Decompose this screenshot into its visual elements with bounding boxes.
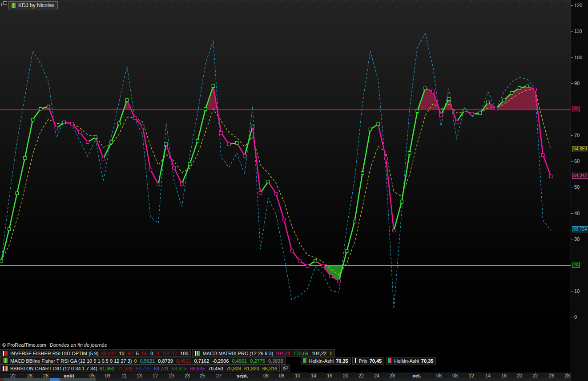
legend-row-2: MACD BBline Fisher T RSI GA (12 10 5 1 0… (0, 357, 437, 365)
indicator-legend-chip[interactable]: INVERSE FISHER RSI DID OPTIM (5 9)99,904… (0, 349, 191, 357)
indicator-legend-chip[interactable]: BBRSI ON CHART DID (12 0 34 1.7 34)61,95… (0, 365, 280, 372)
main-line-marker (275, 192, 278, 195)
main-line-marker (259, 191, 262, 194)
indicator-value: 66,316 (262, 366, 278, 371)
indicator-value: 61,824 (244, 366, 259, 371)
indicator-values: 61,95071,50066,72569,70164,81568,63570,4… (100, 366, 278, 371)
price-tick-label: 10 (574, 288, 580, 294)
main-line-marker (345, 250, 348, 252)
series-legend-chip[interactable]: Prix70,45 (352, 357, 384, 365)
indicator-value: 71,500 (118, 366, 133, 371)
price-tick-dash (571, 317, 573, 317)
indicator-color-icon (3, 366, 8, 371)
main-line-marker (133, 117, 136, 119)
series-legend-chip[interactable]: Heikin-Ashi70,35 (301, 357, 351, 365)
main-line-marker (0, 259, 3, 262)
price-tick-label: 100 (574, 54, 582, 61)
main-line-marker (204, 108, 207, 110)
main-line-marker (125, 99, 128, 101)
price-tick-label: 0 (574, 314, 577, 320)
price-tick-label: 50 (574, 184, 580, 190)
main-line-marker (526, 85, 528, 88)
main-line-marker (141, 125, 144, 128)
series-legend-chip[interactable]: Heikin-Ashi70,35 (386, 357, 436, 365)
indicator-legend-chip[interactable]: MACD MATRIX PRC (12 26 9 3)104,22173,691… (192, 349, 335, 357)
main-line-marker (542, 154, 544, 156)
indicator-stripes-icon (11, 3, 16, 8)
indicator-value: 173,69 (294, 351, 309, 356)
indicator-value: 104,22 (311, 351, 326, 356)
price-tick-110: 110 (571, 28, 588, 34)
indicator-value: 70,450 (208, 366, 223, 371)
series-color-icon (303, 358, 307, 363)
main-line-marker (282, 218, 285, 221)
series-value: 70,35 (421, 358, 434, 364)
indicator-value: 0 (330, 351, 332, 356)
price-tick-10: 10 (571, 288, 588, 294)
price-tick-dash (571, 239, 573, 239)
series-color-icon (388, 358, 392, 363)
main-line-marker (235, 142, 238, 144)
price-tick-label: 70 (574, 132, 580, 138)
scrollbar-segment[interactable] (50, 378, 60, 381)
main-line-marker (408, 152, 411, 154)
chart-scrollbar[interactable] (0, 378, 571, 381)
indicator-name: BBRSI ON CHART DID (12 0 34 1.7 34) (10, 366, 97, 371)
price-tick-dash (571, 83, 573, 84)
indicator-values: 00,56210,87390,45210,7162-0,29060,49010,… (134, 358, 283, 364)
kdj-chart-plot[interactable] (0, 0, 571, 342)
price-axis[interactable]: 1201101009070605040301008064,65954,34733… (571, 0, 588, 381)
main-line-marker (534, 88, 536, 91)
main-line-marker (267, 180, 270, 183)
price-label-33-724: 33,724 (572, 226, 588, 232)
indicator-value: 70,808 (226, 366, 241, 371)
indicator-value: 61,950 (100, 366, 115, 371)
indicator-value: -0,2906 (212, 358, 229, 364)
date-axis[interactable]: 222628août050911131719232527sept.0608101… (0, 372, 571, 378)
main-line-marker (196, 139, 199, 142)
main-line-marker (502, 99, 505, 101)
main-line-marker (243, 154, 246, 157)
main-line-marker (228, 143, 230, 146)
main-line-marker (110, 141, 113, 144)
indicator-color-icon (195, 351, 200, 356)
indicator-value: 99,904 (101, 351, 116, 356)
legend-row-1: INVERSE FISHER RSI DID OPTIM (5 9)99,904… (0, 349, 336, 357)
price-tick-70: 70 (571, 132, 588, 138)
main-line-marker (369, 128, 371, 130)
main-line-marker (447, 97, 450, 100)
main-line-marker (63, 121, 65, 124)
legend-popout-icon[interactable] (281, 365, 290, 372)
popout-icon-glyph (283, 366, 288, 371)
price-tick-90: 90 (571, 80, 588, 86)
main-line-marker (338, 280, 340, 282)
scrollbar-segment[interactable] (60, 378, 96, 381)
main-line-marker (24, 157, 26, 159)
main-line-marker (455, 121, 458, 123)
indicator-value: 95 (142, 351, 147, 356)
scrollbar-segment[interactable] (0, 378, 4, 381)
main-line-marker (290, 249, 293, 252)
indicator-value: 0 (150, 351, 153, 356)
main-line-marker (78, 131, 81, 134)
main-line-marker (314, 259, 317, 262)
price-tick-label: 110 (574, 28, 582, 34)
main-line-marker (251, 125, 254, 128)
main-line-marker (39, 107, 42, 110)
indicator-value: 0,4901 (232, 358, 247, 364)
chart-title-tab[interactable]: KDJ by Nicolas (8, 1, 58, 9)
price-tick-label: 90 (574, 80, 580, 86)
indicator-value: 69,701 (154, 366, 169, 371)
main-line-marker (353, 220, 356, 223)
prorealtime-chart-window: KDJ by Nicolas 1201101009070605040301008… (0, 0, 588, 381)
main-line-marker (495, 107, 497, 110)
main-line-marker (306, 265, 309, 268)
scrollbar-segment[interactable] (4, 378, 50, 381)
scrollbar-segment[interactable] (96, 378, 571, 381)
price-tick-dash (571, 213, 573, 214)
series-value: 70,45 (370, 358, 382, 364)
main-line-marker (188, 163, 191, 166)
indicator-legend-chip[interactable]: MACD BBline Fisher T RSI GA (12 10 5 1 0… (0, 357, 286, 365)
popout-icon[interactable] (1, 1, 8, 7)
copyright-text: © ProRealTime.com (2, 342, 46, 348)
